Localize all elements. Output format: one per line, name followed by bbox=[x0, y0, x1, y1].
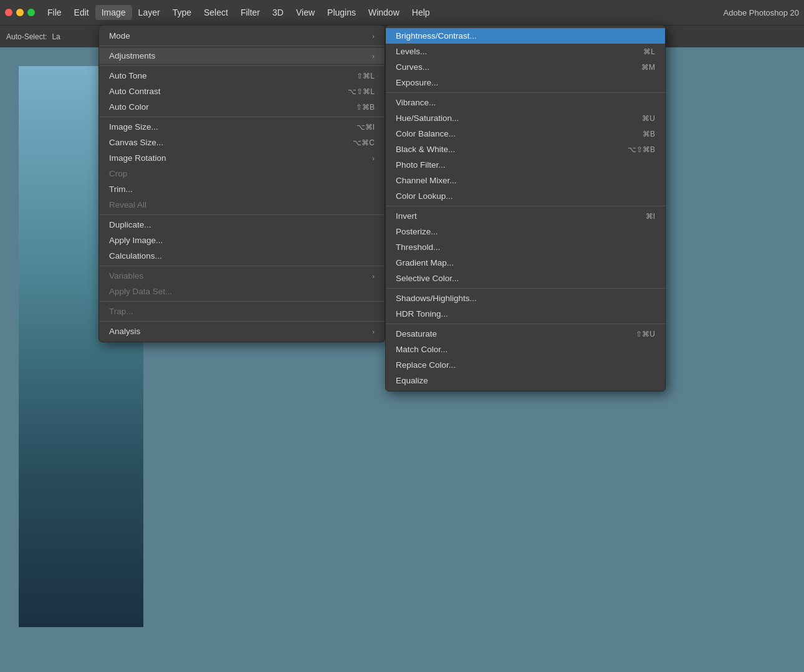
menu-item-shortcut: ⌥⌘C bbox=[353, 138, 375, 147]
image-menu-item-auto-tone[interactable]: Auto Tone⇧⌘L bbox=[99, 68, 385, 84]
image-menu-item-mode[interactable]: Mode› bbox=[99, 28, 385, 44]
adj-item-label: Black & White... bbox=[396, 145, 615, 154]
close-button[interactable] bbox=[5, 9, 12, 16]
adj-item-label: Photo Filter... bbox=[396, 160, 655, 170]
menu-item-shortcut: ⌥⌘I bbox=[357, 123, 375, 132]
adj-menu-item-black---white---[interactable]: Black & White...⌥⇧⌘B bbox=[386, 142, 665, 157]
adj-menu-item-hue-saturation---[interactable]: Hue/Saturation...⌘U bbox=[386, 110, 665, 126]
image-menu-item-canvas-size---[interactable]: Canvas Size...⌥⌘C bbox=[99, 135, 385, 150]
adj-item-shortcut: ⌥⇧⌘B bbox=[628, 145, 655, 154]
menu-item-label: Apply Image... bbox=[109, 236, 375, 245]
menu-item-label: Auto Contrast bbox=[109, 87, 335, 96]
adj-separator-12 bbox=[386, 206, 665, 206]
image-menu-item-duplicate---[interactable]: Duplicate... bbox=[99, 217, 385, 233]
adj-item-label: Vibrance... bbox=[396, 98, 655, 107]
menu-item-shortcut: ⇧⌘L bbox=[357, 72, 375, 80]
adj-item-shortcut: ⌘U bbox=[642, 114, 655, 123]
image-menu-item-auto-color[interactable]: Auto Color⇧⌘B bbox=[99, 99, 385, 115]
image-menu-item-image-rotation[interactable]: Image Rotation› bbox=[99, 150, 385, 166]
image-menu-item-crop: Crop bbox=[99, 166, 385, 181]
submenu-arrow-icon: › bbox=[372, 328, 375, 335]
adj-menu-item-posterize---[interactable]: Posterize... bbox=[386, 224, 665, 239]
adj-menu-item-brightness-contrast---[interactable]: Brightness/Contrast... bbox=[386, 28, 665, 44]
menu-item-label: Calculations... bbox=[109, 251, 375, 261]
menu-window[interactable]: Window bbox=[362, 5, 406, 20]
menu-separator-23 bbox=[99, 321, 385, 322]
auto-select-value[interactable]: La bbox=[52, 32, 60, 41]
adj-item-label: Selective Color... bbox=[396, 274, 655, 283]
adj-menu-item-match-color---[interactable]: Match Color... bbox=[386, 342, 665, 357]
minimize-button[interactable] bbox=[16, 9, 24, 16]
adj-item-label: Levels... bbox=[396, 47, 631, 56]
submenu-arrow-icon: › bbox=[372, 52, 375, 60]
adj-menu-item-curves---[interactable]: Curves...⌘M bbox=[386, 59, 665, 75]
adj-menu-item-hdr-toning---[interactable]: HDR Toning... bbox=[386, 306, 665, 322]
adj-menu-item-levels---[interactable]: Levels...⌘L bbox=[386, 44, 665, 59]
image-menu-item-apply-image---[interactable]: Apply Image... bbox=[99, 233, 385, 248]
adj-menu-item-color-balance---[interactable]: Color Balance...⌘B bbox=[386, 126, 665, 142]
image-menu-item-variables: Variables› bbox=[99, 268, 385, 284]
menu-edit[interactable]: Edit bbox=[68, 5, 95, 20]
menu-type[interactable]: Type bbox=[166, 5, 198, 20]
adj-menu-item-desaturate[interactable]: Desaturate⇧⌘U bbox=[386, 326, 665, 342]
adj-item-label: Match Color... bbox=[396, 345, 655, 354]
image-menu: Mode›Adjustments›Auto Tone⇧⌘LAuto Contra… bbox=[98, 25, 385, 342]
adj-menu-item-selective-color---[interactable]: Selective Color... bbox=[386, 271, 665, 286]
menu-file[interactable]: File bbox=[41, 5, 68, 20]
adj-item-label: Gradient Map... bbox=[396, 258, 655, 267]
adj-menu-item-equalize[interactable]: Equalize bbox=[386, 373, 665, 388]
menu-select[interactable]: Select bbox=[198, 5, 234, 20]
menu-help[interactable]: Help bbox=[406, 5, 436, 20]
adj-item-label: Equalize bbox=[396, 376, 655, 385]
adj-item-shortcut: ⌘L bbox=[643, 47, 655, 56]
adjustments-menu: Brightness/Contrast...Levels...⌘LCurves.… bbox=[385, 25, 666, 391]
adj-separator-18 bbox=[386, 288, 665, 289]
adj-item-label: Hue/Saturation... bbox=[396, 113, 629, 123]
adj-item-shortcut: ⇧⌘U bbox=[636, 330, 655, 338]
menu-item-label: Duplicate... bbox=[109, 220, 375, 229]
menu-item-label: Crop bbox=[109, 169, 375, 178]
menu-item-label: Trim... bbox=[109, 185, 375, 194]
menu-image[interactable]: Image bbox=[95, 5, 132, 20]
menu-item-label: Image Size... bbox=[109, 122, 344, 132]
adj-item-label: Shadows/Highlights... bbox=[396, 294, 655, 303]
menu-3d[interactable]: 3D bbox=[266, 5, 290, 20]
adj-item-shortcut: ⌘M bbox=[641, 63, 655, 72]
adj-menu-item-exposure---[interactable]: Exposure... bbox=[386, 75, 665, 90]
adj-separator-21 bbox=[386, 324, 665, 324]
adj-menu-item-replace-color---[interactable]: Replace Color... bbox=[386, 357, 665, 373]
menu-item-label: Auto Tone bbox=[109, 71, 344, 80]
menu-layer[interactable]: Layer bbox=[132, 5, 166, 20]
menu-separator-14 bbox=[99, 214, 385, 215]
adj-menu-item-color-lookup---[interactable]: Color Lookup... bbox=[386, 188, 665, 204]
menu-item-label: Trap... bbox=[109, 307, 375, 316]
maximize-button[interactable] bbox=[27, 9, 35, 16]
image-menu-item-auto-contrast[interactable]: Auto Contrast⌥⇧⌘L bbox=[99, 84, 385, 99]
image-menu-item-image-size---[interactable]: Image Size...⌥⌘I bbox=[99, 119, 385, 135]
adj-item-shortcut: ⌘B bbox=[643, 130, 655, 138]
menu-view[interactable]: View bbox=[290, 5, 321, 20]
menu-item-label: Apply Data Set... bbox=[109, 287, 375, 296]
adj-menu-item-vibrance---[interactable]: Vibrance... bbox=[386, 95, 665, 110]
menu-item-label: Canvas Size... bbox=[109, 138, 340, 147]
image-menu-item-adjustments[interactable]: Adjustments› bbox=[99, 48, 385, 64]
adj-menu-item-threshold---[interactable]: Threshold... bbox=[386, 239, 665, 255]
menubar: File Edit Image Layer Type Select Filter… bbox=[0, 0, 804, 25]
menu-separator-21 bbox=[99, 301, 385, 302]
submenu-arrow-icon: › bbox=[372, 272, 375, 280]
menu-filter[interactable]: Filter bbox=[234, 5, 266, 20]
image-menu-item-analysis[interactable]: Analysis› bbox=[99, 324, 385, 339]
adj-menu-item-gradient-map---[interactable]: Gradient Map... bbox=[386, 255, 665, 271]
adj-menu-item-shadows-highlights---[interactable]: Shadows/Highlights... bbox=[386, 290, 665, 306]
adj-menu-item-channel-mixer---[interactable]: Channel Mixer... bbox=[386, 173, 665, 188]
image-menu-item-trim---[interactable]: Trim... bbox=[99, 181, 385, 197]
adj-menu-item-photo-filter---[interactable]: Photo Filter... bbox=[386, 157, 665, 173]
menu-item-label: Analysis bbox=[109, 327, 366, 336]
adj-item-label: Threshold... bbox=[396, 242, 655, 252]
menu-item-label: Adjustments bbox=[109, 51, 366, 60]
menu-item-label: Variables bbox=[109, 271, 366, 281]
menu-plugins[interactable]: Plugins bbox=[321, 5, 362, 20]
adj-menu-item-invert[interactable]: Invert⌘I bbox=[386, 208, 665, 224]
image-menu-item-calculations---[interactable]: Calculations... bbox=[99, 248, 385, 264]
image-menu-item-trap---: Trap... bbox=[99, 304, 385, 319]
